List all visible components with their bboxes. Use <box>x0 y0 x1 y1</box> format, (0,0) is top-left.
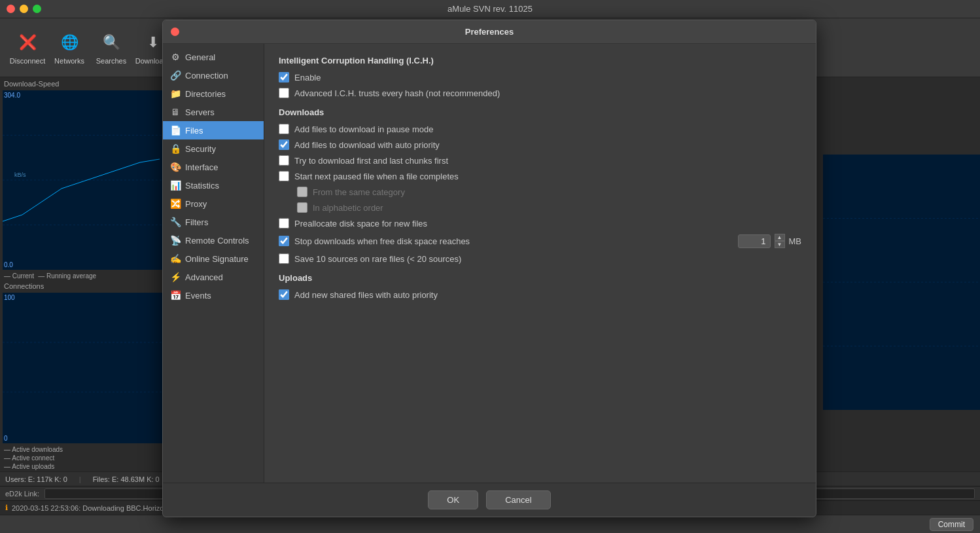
dialog-title: Preferences <box>465 27 514 37</box>
dl-alphabetic-row: In alphabetic order <box>279 202 801 213</box>
dl-savesources-checkbox[interactable] <box>279 253 289 264</box>
dl-savesources-row: Save 10 sources on rare files (< 20 sour… <box>279 253 801 264</box>
dl-pause-label[interactable]: Add files to download in pause mode <box>294 124 433 134</box>
ul-autopriority-checkbox[interactable] <box>279 289 289 300</box>
dl-firstlast-checkbox[interactable] <box>279 155 289 166</box>
connections-svg <box>3 293 164 443</box>
minimize-button[interactable] <box>20 5 28 13</box>
dl-preallocate-checkbox[interactable] <box>279 218 289 229</box>
legend-current: — Current <box>4 272 34 280</box>
sep1: | <box>79 475 81 483</box>
dl-pause-checkbox[interactable] <box>279 124 289 134</box>
dl-nextpaused-checkbox[interactable] <box>279 171 289 181</box>
toolbar-networks[interactable]: 🌐 Networks <box>48 28 90 67</box>
dl-alphabetic-checkbox[interactable] <box>297 202 307 213</box>
maximize-button[interactable] <box>33 5 41 13</box>
close-button[interactable] <box>7 5 15 13</box>
toolbar-disconnect[interactable]: ❌ Disconnect <box>7 28 48 67</box>
nav-online-signature[interactable]: ✍ Online Signature <box>163 249 264 268</box>
users-info: Users: E: 117k K: 0 <box>5 475 67 483</box>
nav-filters[interactable]: 🔧 Filters <box>163 213 264 231</box>
general-icon: ⚙ <box>169 51 181 63</box>
legend-active-dl: — Active downloads <box>4 446 162 453</box>
ich-enable-row: Enable <box>279 72 801 83</box>
ich-enable-label[interactable]: Enable <box>294 73 321 83</box>
dl-firstlast-row: Try to download first and last chunks fi… <box>279 155 801 166</box>
events-icon: 📅 <box>169 289 181 301</box>
dl-stopdisk-checkbox[interactable] <box>279 236 289 246</box>
stopdisk-decrement-button[interactable]: ▼ <box>775 241 785 248</box>
download-speed-label: Download-Speed <box>0 77 166 89</box>
searches-label: Searches <box>96 57 126 65</box>
dl-samecategory-checkbox[interactable] <box>297 187 307 197</box>
dl-savesources-label[interactable]: Save 10 sources on rare files (< 20 sour… <box>294 254 461 264</box>
nav-filters-label: Filters <box>185 217 208 227</box>
log-icon: ℹ <box>5 504 8 512</box>
statistics-icon: 📊 <box>169 179 181 191</box>
commit-button[interactable]: Commit <box>930 518 973 531</box>
ich-enable-checkbox[interactable] <box>279 72 289 83</box>
nav-interface[interactable]: 🎨 Interface <box>163 158 264 176</box>
nav-events[interactable]: 📅 Events <box>163 286 264 304</box>
dl-firstlast-label[interactable]: Try to download first and last chunks fi… <box>294 156 448 166</box>
nav-remote-controls[interactable]: 📡 Remote Controls <box>163 231 264 249</box>
nav-proxy[interactable]: 🔀 Proxy <box>163 194 264 213</box>
legend-active-conn: — Active connect <box>4 454 162 462</box>
files-icon: 📄 <box>169 124 181 136</box>
cancel-button[interactable]: Cancel <box>486 490 550 509</box>
dl-autopriority-label[interactable]: Add files to download with auto priority <box>294 140 440 150</box>
dl-autopriority-row: Add files to download with auto priority <box>279 139 801 150</box>
stopdisk-increment-button[interactable]: ▲ <box>775 234 785 241</box>
nav-connection[interactable]: 🔗 Connection <box>163 66 264 84</box>
ich-advanced-checkbox[interactable] <box>279 88 289 98</box>
files-info: Files: E: 48.63M K: 0 <box>93 475 160 483</box>
dl-pause-row: Add files to download in pause mode <box>279 124 801 134</box>
disconnect-icon: ❌ <box>16 31 39 54</box>
ul-autopriority-label[interactable]: Add new shared files with auto priority <box>294 290 438 300</box>
remote-controls-icon: 📡 <box>169 234 181 246</box>
dialog-close-button[interactable] <box>171 28 179 36</box>
preferences-dialog: Preferences ⚙ General 🔗 Connection 📁 Dir… <box>162 20 816 517</box>
nav-servers[interactable]: 🖥 Servers <box>163 103 264 121</box>
nav-security[interactable]: 🔒 Security <box>163 139 264 158</box>
nav-general-label: General <box>185 52 215 62</box>
security-icon: 🔒 <box>169 143 181 155</box>
nav-directories[interactable]: 📁 Directories <box>163 84 264 103</box>
legend-running: — Running average <box>38 272 96 280</box>
dl-nextpaused-row: Start next paused file when a file compl… <box>279 171 801 181</box>
graph-y-bot: 0.0 <box>4 261 13 268</box>
nav-remote-controls-label: Remote Controls <box>185 236 249 246</box>
dialog-footer: OK Cancel <box>163 483 816 517</box>
right-graph-area <box>823 155 980 410</box>
dl-autopriority-checkbox[interactable] <box>279 139 289 150</box>
nav-files-label: Files <box>185 126 203 136</box>
proxy-icon: 🔀 <box>169 198 181 210</box>
nav-advanced[interactable]: ⚡ Advanced <box>163 268 264 286</box>
stopdisk-unit: MB <box>789 236 802 246</box>
legend-active-ul: — Active uploads <box>4 463 162 470</box>
right-graph-svg <box>823 155 980 410</box>
nav-security-label: Security <box>185 144 216 154</box>
dialog-titlebar: Preferences <box>163 20 816 44</box>
dl-samecategory-label: From the same category <box>313 187 405 197</box>
legend-row-conn: — Active downloads — Active connect — Ac… <box>0 445 166 471</box>
ich-advanced-label[interactable]: Advanced I.C.H. trusts every hash (not r… <box>294 88 500 98</box>
graph-y-top: 304.0 <box>4 92 20 99</box>
ok-button[interactable]: OK <box>428 490 478 509</box>
nav-files[interactable]: 📄 Files <box>163 121 264 139</box>
uploads-section-title: Uploads <box>279 273 801 283</box>
connection-icon: 🔗 <box>169 69 181 81</box>
stopdisk-value-input[interactable] <box>738 234 771 248</box>
downloads-icon: ⬇ <box>141 31 165 54</box>
dl-stopdisk-label[interactable]: Stop downloads when free disk space reac… <box>294 236 470 246</box>
online-signature-icon: ✍ <box>169 253 181 265</box>
nav-general[interactable]: ⚙ General <box>163 48 264 66</box>
nav-events-label: Events <box>185 291 211 301</box>
conn-graph-y-top: 100 <box>4 294 15 301</box>
dl-nextpaused-label[interactable]: Start next paused file when a file compl… <box>294 172 459 181</box>
status-bar: Commit <box>0 515 980 533</box>
toolbar-searches[interactable]: 🔍 Searches <box>90 28 132 67</box>
legend-row-speed: — Current — Running average <box>0 271 166 281</box>
nav-statistics[interactable]: 📊 Statistics <box>163 176 264 194</box>
dl-preallocate-label[interactable]: Preallocate disk space for new files <box>294 219 427 229</box>
